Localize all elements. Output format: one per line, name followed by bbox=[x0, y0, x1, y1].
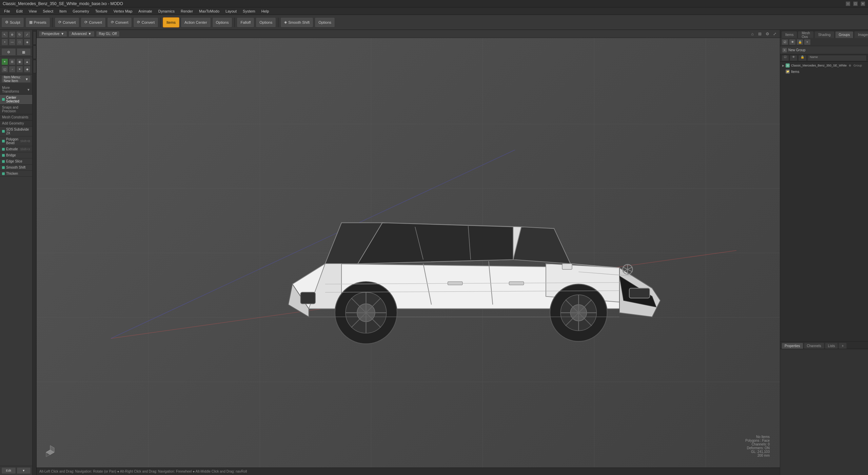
new-group-row[interactable]: + New Group bbox=[780, 46, 868, 54]
viewport-settings-icon[interactable]: ⚙ bbox=[764, 31, 770, 37]
center-selected-item[interactable]: Center Selected bbox=[0, 95, 32, 104]
rp-toolbar-btn-2[interactable]: 👁 bbox=[789, 39, 796, 45]
tool-icon-move[interactable]: ⊕ bbox=[9, 31, 16, 38]
viewport-tab-3[interactable] bbox=[33, 60, 36, 73]
menu-system[interactable]: System bbox=[240, 8, 258, 14]
viewport-tab-1[interactable] bbox=[33, 31, 36, 45]
viewport-maximize-icon[interactable]: ⤢ bbox=[772, 31, 778, 37]
menu-layout[interactable]: Layout bbox=[223, 8, 239, 14]
menu-help[interactable]: Help bbox=[259, 8, 272, 14]
tool-icon-edge[interactable]: — bbox=[9, 39, 16, 45]
minimize-button[interactable]: − bbox=[846, 1, 850, 6]
tab-mesh-ops[interactable]: Mesh Ops bbox=[798, 31, 813, 38]
presets-small-button[interactable]: ▦ bbox=[17, 48, 31, 56]
scene-item-items[interactable]: 📁 Items bbox=[780, 69, 868, 75]
menu-texture[interactable]: Texture bbox=[93, 8, 110, 14]
tool-icon-point[interactable]: • bbox=[1, 39, 8, 45]
extrude-item[interactable]: Extrude Shift+X bbox=[0, 146, 32, 152]
tool-icon-scale[interactable]: ⤢ bbox=[24, 31, 31, 38]
menu-view[interactable]: View bbox=[26, 8, 40, 14]
menu-select[interactable]: Select bbox=[40, 8, 56, 14]
canvas-3d[interactable]: No Items Polygons : Face Channels: 0 Def… bbox=[37, 38, 780, 468]
st-col-eye[interactable]: 👁 bbox=[790, 55, 797, 61]
mesh-constraints-header[interactable]: Mesh Constraints bbox=[0, 114, 32, 120]
advanced-button[interactable]: Advanced ▼ bbox=[68, 31, 94, 37]
big-tool-6[interactable]: ⌿ bbox=[9, 66, 16, 73]
big-tool-7[interactable]: ✦ bbox=[16, 66, 23, 73]
action-center-button[interactable]: Action Center bbox=[181, 17, 211, 27]
more-transforms-header[interactable]: More Transforms ▼ bbox=[0, 85, 32, 95]
options-button-2[interactable]: Options bbox=[256, 17, 276, 27]
svg-marker-42 bbox=[46, 450, 50, 457]
edit-button[interactable]: Edit bbox=[1, 467, 16, 474]
smooth-shift-button[interactable]: ◈ Smooth Shift bbox=[280, 17, 313, 27]
convert-button-2[interactable]: ⟳ Convert bbox=[81, 17, 106, 27]
viewport-frame-icon[interactable]: ⊞ bbox=[757, 31, 763, 37]
options-button-3[interactable]: Options bbox=[315, 17, 335, 27]
menu-bar: File Edit View Select Item Geometry Text… bbox=[0, 7, 868, 15]
viewport-home-icon[interactable]: ⌂ bbox=[749, 31, 755, 37]
menu-file[interactable]: File bbox=[1, 8, 13, 14]
svg-rect-38 bbox=[300, 292, 315, 304]
options-button-1[interactable]: Options bbox=[212, 17, 233, 27]
items-button[interactable]: Items bbox=[163, 17, 179, 27]
edge-slice-item[interactable]: Edge Slice bbox=[0, 158, 32, 165]
scene-item-mercedes[interactable]: ▶ ▦ Classic_Mercedes_Benz_350_SE_White ⊕… bbox=[780, 62, 868, 69]
tab-groups[interactable]: Groups bbox=[835, 31, 854, 38]
falloff-button[interactable]: Falloff bbox=[237, 17, 254, 27]
menu-geometry[interactable]: Geometry bbox=[70, 8, 92, 14]
smooth-shift-item[interactable]: Smooth Shift bbox=[0, 165, 32, 171]
tab-shading[interactable]: Shading bbox=[814, 31, 834, 38]
tab-items[interactable]: Items bbox=[782, 31, 797, 38]
tool-icon-rotate[interactable]: ↻ bbox=[16, 31, 23, 38]
menu-item[interactable]: Item bbox=[57, 8, 69, 14]
tab-properties[interactable]: Properties bbox=[782, 343, 803, 349]
perspective-button[interactable]: Perspective ▼ bbox=[39, 31, 67, 37]
presets-button[interactable]: ▦ Presets bbox=[25, 17, 50, 27]
sculpt-small-button[interactable]: ⚙ bbox=[1, 48, 16, 56]
menu-edit[interactable]: Edit bbox=[14, 8, 25, 14]
add-geometry-header[interactable]: Add Geometry bbox=[0, 120, 32, 127]
convert-button-3[interactable]: ⟳ Convert bbox=[107, 17, 132, 27]
menu-maxtomodo[interactable]: MaxToModo bbox=[196, 8, 222, 14]
big-tool-2[interactable]: ⊞ bbox=[9, 58, 16, 65]
sculpt-button[interactable]: ⚙ Sculpt bbox=[1, 17, 24, 27]
sds-subdivide-item[interactable]: SDS Subdivide 2X bbox=[0, 127, 32, 136]
menu-animate[interactable]: Animate bbox=[136, 8, 155, 14]
snaps-label: Snaps and Precision bbox=[2, 106, 30, 113]
menu-dynamics[interactable]: Dynamics bbox=[156, 8, 177, 14]
thicken-item[interactable]: Thicken bbox=[0, 171, 32, 177]
convert-button-1[interactable]: ⟳ Convert bbox=[55, 17, 80, 27]
big-tool-5[interactable]: ◱ bbox=[1, 66, 8, 73]
item-menu-button[interactable]: Item Menu: New Item ▼ bbox=[1, 75, 31, 83]
big-tool-4[interactable]: ▲ bbox=[24, 58, 31, 65]
rp-toolbar-btn-1[interactable]: ☑ bbox=[782, 39, 788, 45]
rp-toolbar-btn-4[interactable]: + bbox=[804, 39, 811, 45]
viewport-tab-2[interactable] bbox=[33, 45, 36, 59]
tool-icon-select[interactable]: ↖ bbox=[1, 31, 8, 38]
big-tool-8[interactable]: ◆ bbox=[24, 66, 31, 73]
tool-icon-item[interactable]: ◈ bbox=[24, 39, 31, 45]
tool-icon-poly[interactable]: □ bbox=[16, 39, 23, 45]
tab-images[interactable]: Images bbox=[854, 31, 868, 38]
edit-arrow-button[interactable]: ▼ bbox=[17, 467, 31, 474]
tab-lists[interactable]: Lists bbox=[825, 343, 838, 349]
menu-vertex-map[interactable]: Vertex Map bbox=[111, 8, 135, 14]
title-bar: Classic_Mercedes_Benz_350_SE_White_modo_… bbox=[0, 0, 868, 7]
menu-render[interactable]: Render bbox=[178, 8, 196, 14]
snaps-header[interactable]: Snaps and Precision bbox=[0, 104, 32, 114]
toolbar-sep-4 bbox=[278, 18, 278, 27]
big-tool-3[interactable]: ◉ bbox=[16, 58, 23, 65]
bridge-item[interactable]: Bridge bbox=[0, 152, 32, 158]
rp-toolbar-btn-3[interactable]: 🔒 bbox=[796, 39, 803, 45]
convert-button-4[interactable]: ⟳ Convert bbox=[133, 17, 158, 27]
ray-gl-button[interactable]: Ray GL: Off bbox=[96, 31, 120, 37]
tab-channels[interactable]: Channels bbox=[804, 343, 824, 349]
close-button[interactable]: × bbox=[861, 1, 865, 6]
polygon-bevel-item[interactable]: Polygon Bevel Shift+B bbox=[0, 136, 32, 146]
st-col-lock[interactable]: 🔒 bbox=[798, 55, 807, 61]
maximize-button[interactable]: □ bbox=[853, 1, 858, 6]
st-col-check[interactable]: ☑ bbox=[782, 55, 789, 61]
tab-add[interactable]: + bbox=[839, 343, 847, 349]
big-tool-1[interactable]: ✦ bbox=[1, 58, 8, 65]
